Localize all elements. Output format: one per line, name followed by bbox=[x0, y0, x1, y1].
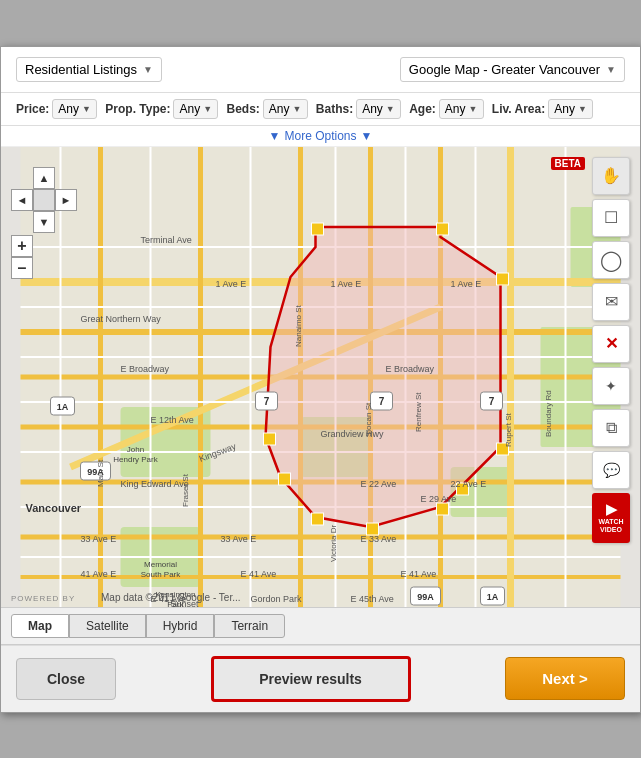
map-dropdown-arrow: ▼ bbox=[606, 64, 616, 75]
close-button[interactable]: Close bbox=[16, 658, 116, 700]
bottom-bar: Close Preview results Next > bbox=[1, 645, 640, 712]
map-type-map-button[interactable]: Map bbox=[11, 614, 69, 638]
svg-text:1 Ave E: 1 Ave E bbox=[331, 279, 362, 289]
hand-tool-button[interactable]: ✋ bbox=[592, 157, 630, 195]
livarea-label: Liv. Area: bbox=[492, 102, 545, 116]
price-select[interactable]: Any ▼ bbox=[52, 99, 97, 119]
main-window: Residential Listings ▼ Google Map - Grea… bbox=[0, 46, 641, 713]
pan-right-button[interactable]: ► bbox=[55, 189, 77, 211]
age-arrow: ▼ bbox=[469, 104, 478, 114]
proptype-value: Any bbox=[179, 102, 200, 116]
price-value: Any bbox=[58, 102, 79, 116]
baths-arrow: ▼ bbox=[386, 104, 395, 114]
watch-video-button[interactable]: ▶ WATCHVIDEO bbox=[592, 493, 630, 543]
rectangle-tool-button[interactable]: ☐ bbox=[592, 199, 630, 237]
svg-text:John: John bbox=[127, 445, 144, 454]
livarea-arrow: ▼ bbox=[578, 104, 587, 114]
baths-filter: Baths: Any ▼ bbox=[316, 99, 401, 119]
svg-text:E 29 Ave: E 29 Ave bbox=[421, 494, 457, 504]
price-arrow: ▼ bbox=[82, 104, 91, 114]
baths-select[interactable]: Any ▼ bbox=[356, 99, 401, 119]
clear-tool-button[interactable]: ✕ bbox=[592, 325, 630, 363]
svg-text:1 Ave E: 1 Ave E bbox=[451, 279, 482, 289]
map-type-terrain-button[interactable]: Terrain bbox=[214, 614, 285, 638]
svg-text:Main St: Main St bbox=[96, 459, 105, 487]
map-pan-controls: ▲ ◄ ► ▼ + – bbox=[11, 167, 77, 279]
age-select[interactable]: Any ▼ bbox=[439, 99, 484, 119]
svg-text:33 Ave E: 33 Ave E bbox=[81, 534, 117, 544]
svg-text:Memorial: Memorial bbox=[144, 560, 177, 569]
watch-label: WATCHVIDEO bbox=[598, 518, 623, 535]
svg-text:Boundary Rd: Boundary Rd bbox=[544, 390, 553, 437]
listing-dropdown[interactable]: Residential Listings ▼ bbox=[16, 57, 162, 82]
map-tools: ✋ ☐ ◯ ✉ ✕ ✦ ⧉ 💬 ▶ WATCHVIDEO bbox=[592, 157, 630, 543]
proptype-arrow: ▼ bbox=[203, 104, 212, 114]
map-svg: 7 7 7 99A 99A 1A 1A Terminal Ave Great N… bbox=[1, 147, 640, 607]
polygon-tool-button[interactable]: ✦ bbox=[592, 367, 630, 405]
top-bar: Residential Listings ▼ Google Map - Grea… bbox=[1, 47, 640, 93]
email-tool-button[interactable]: ✉ bbox=[592, 283, 630, 321]
preview-results-button[interactable]: Preview results bbox=[211, 656, 411, 702]
svg-text:7: 7 bbox=[489, 396, 495, 407]
svg-text:E 22 Ave: E 22 Ave bbox=[361, 479, 397, 489]
pan-control: ▲ ◄ ► ▼ bbox=[11, 167, 77, 233]
svg-text:Fraser St: Fraser St bbox=[181, 473, 190, 507]
map-dropdown[interactable]: Google Map - Greater Vancouver ▼ bbox=[400, 57, 625, 82]
beds-value: Any bbox=[269, 102, 290, 116]
svg-text:22 Ave E: 22 Ave E bbox=[451, 479, 487, 489]
map-dropdown-label: Google Map - Greater Vancouver bbox=[409, 62, 600, 77]
svg-text:King Edward Ave: King Edward Ave bbox=[121, 479, 189, 489]
map-type-hybrid-button[interactable]: Hybrid bbox=[146, 614, 215, 638]
svg-rect-38 bbox=[497, 273, 509, 285]
circle-tool-button[interactable]: ◯ bbox=[592, 241, 630, 279]
age-value: Any bbox=[445, 102, 466, 116]
svg-text:33 Ave E: 33 Ave E bbox=[221, 534, 257, 544]
beta-badge: BETA bbox=[551, 157, 585, 170]
beds-label: Beds: bbox=[226, 102, 259, 116]
svg-rect-45 bbox=[264, 433, 276, 445]
svg-text:Rupert St: Rupert St bbox=[504, 412, 513, 447]
listing-dropdown-arrow: ▼ bbox=[143, 64, 153, 75]
more-options-label: More Options bbox=[284, 129, 356, 143]
more-options-bar[interactable]: ▼ More Options ▼ bbox=[1, 126, 640, 147]
svg-rect-43 bbox=[312, 513, 324, 525]
proptype-label: Prop. Type: bbox=[105, 102, 170, 116]
svg-text:Great Northern Way: Great Northern Way bbox=[81, 314, 162, 324]
beds-arrow: ▼ bbox=[293, 104, 302, 114]
svg-text:1 Ave E: 1 Ave E bbox=[216, 279, 247, 289]
svg-text:E 33 Ave: E 33 Ave bbox=[361, 534, 397, 544]
map-type-satellite-button[interactable]: Satellite bbox=[69, 614, 146, 638]
price-filter: Price: Any ▼ bbox=[16, 99, 97, 119]
age-filter: Age: Any ▼ bbox=[409, 99, 484, 119]
svg-text:Grandview Hwy: Grandview Hwy bbox=[321, 429, 385, 439]
svg-text:1A: 1A bbox=[57, 402, 69, 412]
svg-text:Gordon Park: Gordon Park bbox=[251, 594, 303, 604]
livarea-select[interactable]: Any ▼ bbox=[548, 99, 593, 119]
proptype-select[interactable]: Any ▼ bbox=[173, 99, 218, 119]
svg-text:1A: 1A bbox=[487, 592, 499, 602]
svg-text:Victoria Dr: Victoria Dr bbox=[329, 524, 338, 562]
copy-tool-button[interactable]: ⧉ bbox=[592, 409, 630, 447]
baths-value: Any bbox=[362, 102, 383, 116]
age-label: Age: bbox=[409, 102, 436, 116]
beds-filter: Beds: Any ▼ bbox=[226, 99, 307, 119]
svg-text:41 Ave E: 41 Ave E bbox=[81, 569, 117, 579]
pan-up-button[interactable]: ▲ bbox=[33, 167, 55, 189]
map-attribution: Map data ©2011 Google - Ter... bbox=[101, 592, 241, 603]
pan-left-button[interactable]: ◄ bbox=[11, 189, 33, 211]
watch-icon: ▶ bbox=[606, 501, 617, 518]
svg-text:Nanaimo St: Nanaimo St bbox=[294, 304, 303, 347]
next-button[interactable]: Next > bbox=[505, 657, 625, 700]
pan-down-button[interactable]: ▼ bbox=[33, 211, 55, 233]
zoom-in-button[interactable]: + bbox=[11, 235, 33, 257]
svg-text:E 41 Ave: E 41 Ave bbox=[401, 569, 437, 579]
zoom-out-button[interactable]: – bbox=[11, 257, 33, 279]
livarea-value: Any bbox=[554, 102, 575, 116]
svg-rect-36 bbox=[312, 223, 324, 235]
baths-label: Baths: bbox=[316, 102, 353, 116]
pan-center-button[interactable] bbox=[33, 189, 55, 211]
svg-text:Slocan St: Slocan St bbox=[364, 401, 373, 436]
comment-tool-button[interactable]: 💬 bbox=[592, 451, 630, 489]
beds-select[interactable]: Any ▼ bbox=[263, 99, 308, 119]
map-container[interactable]: 7 7 7 99A 99A 1A 1A Terminal Ave Great N… bbox=[1, 147, 640, 607]
